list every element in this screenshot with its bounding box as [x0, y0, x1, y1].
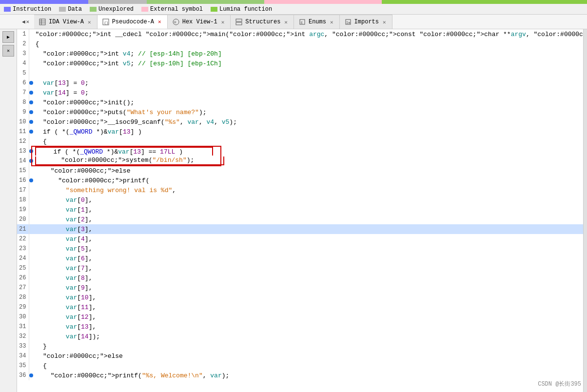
breakpoint-dot[interactable]	[29, 332, 34, 341]
code-area[interactable]: 1"color:#0000cc;">int __cdecl "color:#00…	[17, 29, 583, 392]
table-row: 5	[17, 68, 583, 78]
code-content[interactable]: var[13] = 0;	[33, 78, 583, 88]
breakpoint-dot[interactable]	[29, 127, 34, 137]
breakpoint-dot[interactable]	[29, 283, 34, 293]
code-content[interactable]: var[8],	[33, 273, 583, 283]
code-content[interactable]: var[14] = 0;	[33, 88, 583, 98]
breakpoint-dot[interactable]	[29, 254, 34, 263]
code-content[interactable]: "color:#0000cc;">__isoc99_scanf("%s", va…	[33, 117, 583, 127]
line-number: 25	[17, 263, 29, 273]
code-content[interactable]: var[13],	[33, 322, 583, 332]
breakpoint-dot[interactable]	[29, 312, 34, 322]
breakpoint-dot[interactable]	[29, 156, 34, 166]
breakpoint-dot[interactable]	[29, 224, 34, 234]
tab-pseudocode[interactable]: {} Pseudocode-A ✕	[98, 15, 168, 29]
breakpoint-dot[interactable]	[29, 351, 34, 361]
breakpoint-dot[interactable]	[29, 49, 34, 59]
code-content[interactable]: "color:#0000cc;">int __cdecl "color:#000…	[33, 29, 583, 39]
code-content[interactable]: "color:#0000cc;">else	[33, 351, 583, 361]
tab-ida-view[interactable]: IDA View-A ✕	[34, 15, 98, 29]
code-content[interactable]: var[1],	[33, 205, 583, 215]
breakpoint-dot[interactable]	[29, 302, 34, 312]
tab-enums-close[interactable]: ✕	[329, 19, 334, 26]
code-content[interactable]: var[7],	[33, 263, 583, 273]
sidebar-close[interactable]: ✕	[2, 45, 14, 57]
tab-close-all[interactable]: ✕	[26, 19, 30, 25]
breakpoint-dot[interactable]	[29, 215, 34, 224]
code-content[interactable]: var[3],	[33, 224, 583, 234]
code-content[interactable]: if ( *(_QWORD *)&var[13] == 17LL )	[33, 146, 583, 156]
breakpoint-dot[interactable]	[29, 371, 34, 380]
breakpoint-dot[interactable]	[29, 176, 34, 185]
code-content[interactable]: var[5],	[33, 244, 583, 254]
tab-imports[interactable]: Im Imports ✕	[340, 15, 392, 29]
code-content[interactable]: }	[33, 341, 583, 351]
code-content[interactable]: var[9],	[33, 283, 583, 293]
breakpoint-dot[interactable]	[29, 39, 34, 49]
breakpoint-dot[interactable]	[29, 98, 34, 107]
code-content[interactable]: "color:#0000cc;">int v5; // [esp-10h] [e…	[33, 59, 583, 68]
code-content[interactable]: var[2],	[33, 215, 583, 224]
code-content[interactable]: var[12],	[33, 312, 583, 322]
table-row: 8 "color:#0000cc;">init();	[17, 98, 583, 107]
code-content[interactable]: "color:#0000cc;">puts("What's your name?…	[33, 107, 583, 117]
code-content[interactable]: var[0],	[33, 195, 583, 205]
code-content[interactable]: "color:#0000cc;">printf(	[33, 176, 583, 185]
code-content[interactable]: var[6],	[33, 254, 583, 263]
code-content[interactable]: {	[33, 137, 583, 146]
tab-pseudocode-close[interactable]: ✕	[157, 18, 162, 25]
ida-view-icon	[39, 19, 46, 25]
svg-text:E: E	[301, 21, 303, 25]
breakpoint-dot[interactable]	[29, 195, 34, 205]
code-content[interactable]: "color:#0000cc;">system("/bin/sh");	[33, 156, 583, 166]
tab-nav-left[interactable]: ◀	[22, 19, 25, 25]
breakpoint-dot[interactable]	[29, 146, 34, 156]
breakpoint-dot[interactable]	[29, 263, 34, 273]
line-number: 17	[17, 185, 29, 195]
code-content[interactable]: var[4],	[33, 234, 583, 244]
sidebar-toggle[interactable]: ▶	[2, 31, 14, 43]
breakpoint-dot[interactable]	[29, 361, 34, 371]
breakpoint-dot[interactable]	[29, 107, 34, 117]
tab-imports-close[interactable]: ✕	[382, 19, 387, 26]
code-content[interactable]: var[10],	[33, 293, 583, 302]
breakpoint-dot[interactable]	[29, 78, 34, 88]
code-content[interactable]: "something wrong! val is %d",	[33, 185, 583, 195]
breakpoint-dot[interactable]	[29, 205, 34, 215]
breakpoint-dot[interactable]	[29, 185, 34, 195]
breakpoint-dot[interactable]	[29, 88, 34, 98]
breakpoint-dot[interactable]	[29, 341, 34, 351]
code-content[interactable]: "color:#0000cc;">int v4; // [esp-14h] [e…	[33, 49, 583, 59]
tab-hex-view[interactable]: H Hex View-1 ✕	[168, 15, 231, 29]
code-content[interactable]: var[14]);	[33, 332, 583, 341]
breakpoint-dot[interactable]	[29, 322, 34, 332]
tab-ida-view-close[interactable]: ✕	[87, 19, 92, 26]
breakpoint-dot[interactable]	[29, 293, 34, 302]
code-content[interactable]: {	[33, 361, 583, 371]
breakpoint-dot[interactable]	[29, 166, 34, 176]
breakpoint-dot[interactable]	[29, 244, 34, 254]
code-content[interactable]: {	[33, 39, 583, 49]
breakpoint-dot[interactable]	[29, 137, 34, 146]
code-content[interactable]: "color:#0000cc;">init();	[33, 98, 583, 107]
tab-structures-close[interactable]: ✕	[283, 19, 289, 26]
tab-enums[interactable]: E Enums ✕	[294, 15, 340, 29]
line-number: 29	[17, 302, 29, 312]
tab-structures[interactable]: Structures ✕	[231, 15, 294, 29]
breakpoint-dot[interactable]	[29, 234, 34, 244]
left-sidebar: ▶ ✕	[0, 29, 17, 392]
table-row: 7 var[14] = 0;	[17, 88, 583, 98]
tab-pseudocode-label: Pseudocode-A	[112, 19, 154, 25]
code-content[interactable]: var[11],	[33, 302, 583, 312]
tab-hex-view-close[interactable]: ✕	[220, 19, 226, 26]
legend-color-lumina	[211, 7, 217, 12]
code-content[interactable]: "color:#0000cc;">printf("%s, Welcome!\n"…	[33, 371, 583, 380]
code-content[interactable]: if ( *(_QWORD *)&var[13] )	[33, 127, 583, 137]
code-content[interactable]	[33, 68, 583, 78]
breakpoint-dot[interactable]	[29, 29, 34, 39]
breakpoint-dot[interactable]	[29, 68, 34, 78]
breakpoint-dot[interactable]	[29, 117, 34, 127]
code-content[interactable]: "color:#0000cc;">else	[33, 166, 583, 176]
breakpoint-dot[interactable]	[29, 59, 34, 68]
breakpoint-dot[interactable]	[29, 273, 34, 283]
